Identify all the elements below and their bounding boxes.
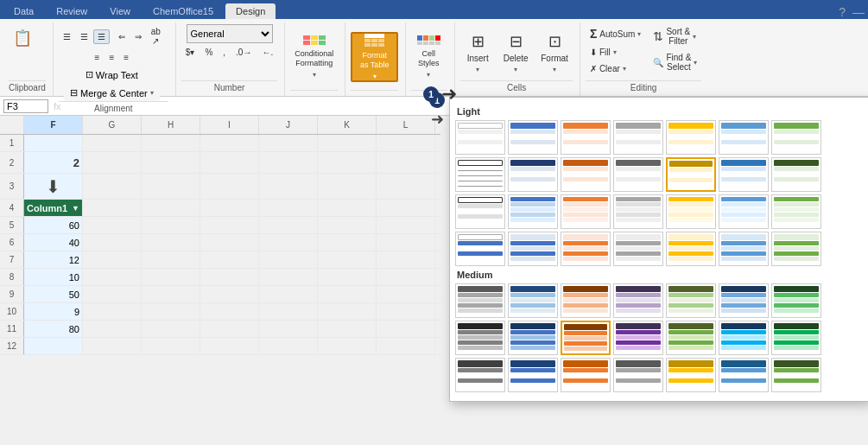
cell-h9[interactable]	[142, 286, 200, 302]
medium-style-1[interactable]	[455, 283, 505, 318]
cell-l6[interactable]	[377, 234, 435, 251]
light-style-17[interactable]	[561, 194, 611, 229]
cell-j3[interactable]	[259, 174, 318, 199]
cell-g5[interactable]	[83, 217, 142, 233]
cell-g7[interactable]	[83, 251, 142, 268]
indent-decrease-btn[interactable]: ⇐	[114, 29, 130, 44]
light-style-7[interactable]	[771, 120, 821, 155]
align-top-center-btn[interactable]: ☰	[76, 29, 92, 44]
cell-g1[interactable]	[83, 135, 142, 151]
cell-h2[interactable]	[142, 152, 200, 173]
light-style-3[interactable]	[561, 120, 611, 155]
currency-btn[interactable]: $▾	[181, 45, 200, 60]
light-style-6[interactable]	[719, 120, 769, 155]
col-header-h[interactable]: H	[142, 116, 200, 134]
cell-h7[interactable]	[142, 251, 200, 268]
light-style-21[interactable]	[771, 194, 821, 229]
light-style-28[interactable]	[771, 232, 821, 266]
cell-h12[interactable]	[142, 338, 200, 354]
cell-k4[interactable]	[318, 200, 377, 216]
cell-j4[interactable]	[259, 200, 318, 216]
medium-style-13[interactable]	[719, 321, 769, 355]
cell-i3[interactable]	[200, 174, 259, 199]
light-style-23[interactable]	[508, 232, 558, 266]
cell-l12[interactable]	[377, 338, 435, 354]
light-style-5[interactable]	[666, 120, 716, 155]
light-style-27[interactable]	[719, 232, 769, 266]
cell-l3[interactable]	[377, 174, 435, 199]
medium-style-12[interactable]	[666, 321, 716, 355]
cell-f6[interactable]: 40	[24, 234, 83, 251]
cell-h4[interactable]	[142, 200, 200, 216]
cell-f1[interactable]	[24, 135, 83, 151]
decrease-decimal-btn[interactable]: ←.	[257, 45, 277, 60]
cell-f7[interactable]: 12	[24, 251, 83, 268]
sort-filter-btn[interactable]: ⇅ Sort &Filter ▾	[649, 24, 701, 48]
cell-h5[interactable]	[142, 217, 200, 233]
light-style-11[interactable]	[613, 157, 663, 192]
cell-k6[interactable]	[318, 234, 377, 251]
light-style-18[interactable]	[613, 194, 663, 229]
comma-btn[interactable]: ,	[219, 45, 230, 60]
light-style-25[interactable]	[613, 232, 663, 266]
cell-g8[interactable]	[83, 269, 142, 285]
medium-style-2[interactable]	[508, 283, 558, 318]
align-top-right-btn[interactable]: ☰	[93, 29, 110, 44]
light-style-14[interactable]	[771, 157, 821, 192]
cell-g11[interactable]	[83, 321, 142, 337]
col-header-l[interactable]: L	[377, 116, 435, 134]
cell-f10[interactable]: 9	[24, 303, 83, 320]
medium-style-6[interactable]	[719, 283, 769, 318]
cell-h1[interactable]	[142, 135, 200, 151]
orient-btn[interactable]: ab↗	[147, 24, 165, 48]
light-style-24[interactable]	[561, 232, 611, 266]
cell-l4[interactable]	[377, 200, 435, 216]
cell-l10[interactable]	[377, 303, 435, 320]
light-style-2[interactable]	[508, 120, 558, 155]
cell-l8[interactable]	[377, 269, 435, 285]
light-style-1[interactable]	[455, 120, 505, 155]
cell-l5[interactable]	[377, 217, 435, 233]
cell-l1[interactable]	[377, 135, 435, 151]
medium-style-3[interactable]	[561, 283, 611, 318]
cell-l9[interactable]	[377, 286, 435, 302]
increase-decimal-btn[interactable]: .0→	[231, 45, 256, 60]
cell-h8[interactable]	[142, 269, 200, 285]
cell-f9[interactable]: 50	[24, 286, 83, 302]
col-header-f[interactable]: F	[24, 116, 83, 134]
medium-style-5[interactable]	[666, 283, 716, 318]
tab-view[interactable]: View	[99, 3, 141, 19]
light-style-16[interactable]	[508, 194, 558, 229]
cell-i6[interactable]	[200, 234, 259, 251]
cell-k8[interactable]	[318, 269, 377, 285]
cell-l7[interactable]	[377, 251, 435, 268]
cell-f4-header[interactable]: Column1 ▼	[24, 200, 83, 216]
align-center-btn[interactable]: ≡	[105, 50, 118, 65]
cell-g9[interactable]	[83, 286, 142, 302]
format-as-table-btn[interactable]: Formatas Table ▾	[351, 32, 398, 82]
col-header-k[interactable]: K	[318, 116, 377, 134]
delete-btn[interactable]: ⊟ Delete ▾	[498, 28, 533, 78]
cell-i2[interactable]	[200, 152, 259, 173]
light-style-26[interactable]	[666, 232, 716, 266]
medium-style-8[interactable]	[455, 321, 505, 355]
cell-h6[interactable]	[142, 234, 200, 251]
clipboard-btn[interactable]: 📋	[9, 24, 36, 52]
cell-j2[interactable]	[259, 152, 318, 173]
medium-style-19[interactable]	[666, 358, 716, 392]
cell-g3[interactable]	[83, 174, 142, 199]
cell-l2[interactable]	[377, 152, 435, 173]
cell-h10[interactable]	[142, 303, 200, 320]
cell-i5[interactable]	[200, 217, 259, 233]
indent-increase-btn[interactable]: ⇒	[130, 29, 146, 44]
help-icon[interactable]: ?	[839, 5, 846, 19]
col-header-g[interactable]: G	[83, 116, 142, 134]
cell-k3[interactable]	[318, 174, 377, 199]
dropdown-arrow-col[interactable]: ▼	[72, 204, 79, 213]
cell-i8[interactable]	[200, 269, 259, 285]
cell-f3[interactable]: ⬇	[24, 174, 83, 199]
cell-f2[interactable]: 2	[24, 152, 83, 173]
cell-f5[interactable]: 60	[24, 217, 83, 233]
medium-style-9[interactable]	[508, 321, 558, 355]
align-top-left-btn[interactable]: ☰	[59, 29, 75, 44]
